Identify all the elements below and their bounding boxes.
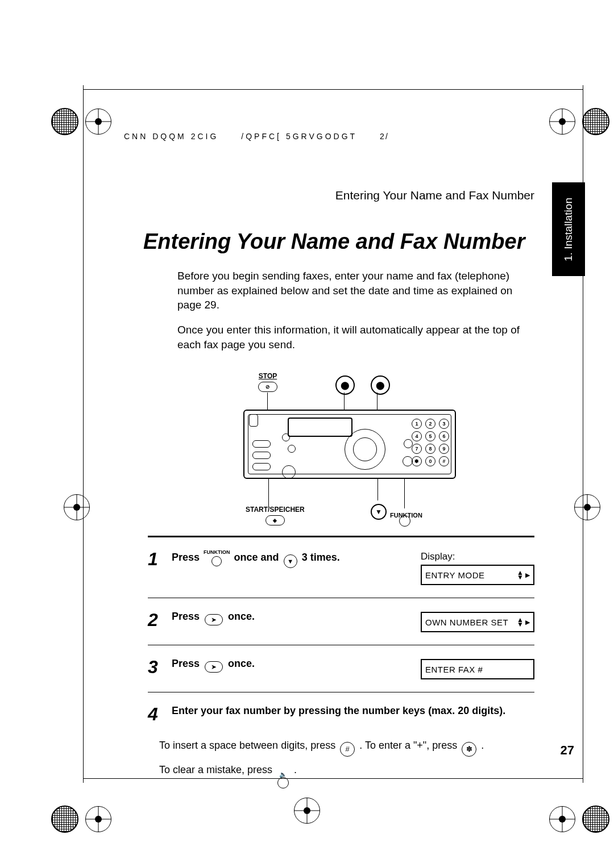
- leader-line: [404, 477, 405, 508]
- device-figure: STOP ⊘ ⬤ ⬤: [219, 372, 475, 525]
- leader-line: [377, 393, 377, 411]
- step-list: 1 Press FUNKTION once and ▼ 3 times. Dis…: [148, 536, 534, 792]
- header-code-row: CNN DQQM 2CIG /QPFC[ 5GRVGODGT 2/: [124, 132, 476, 141]
- mid-indicators: [282, 430, 296, 479]
- chapter-tab: 1. Installation: [552, 182, 585, 276]
- left-oval-buttons: [252, 440, 271, 474]
- fax-device: 1 2 3 4 5 6 7 8 9 ✽ 0 #: [243, 410, 456, 479]
- step-display: Display: ENTRY MODE ▲▼ ▶: [421, 550, 534, 585]
- intro-paragraph-2: Once you enter this information, it will…: [177, 323, 530, 352]
- stop-label: STOP ⊘: [258, 372, 277, 392]
- display-label: Display:: [421, 551, 534, 562]
- key-8: 8: [425, 444, 435, 454]
- header-file: /QPFC[ 5GRVGODGT: [241, 132, 357, 141]
- step-3: 3 Press ➤ once. ENTER FAX #: [148, 645, 534, 692]
- step-body: Press FUNKTION once and ▼ 3 times.: [172, 550, 414, 568]
- reg-mark-right-mid: [574, 494, 600, 520]
- hash-key-icon: #: [340, 742, 355, 757]
- key-hash: #: [439, 456, 449, 466]
- step-display: ENTER FAX #: [421, 658, 534, 679]
- updown-icon: ▲▼: [517, 570, 524, 580]
- step-2: 2 Press ➤ once. OWN NUMBER SET ▲▼ ▶: [148, 598, 534, 645]
- intro-paragraph-1: Before you begin sending faxes, enter yo…: [177, 269, 530, 312]
- key-3: 3: [439, 419, 449, 429]
- key-0: 0: [425, 456, 435, 466]
- down-oval-icon: ▼: [371, 504, 387, 520]
- right-oval-key-icon: ➤: [205, 661, 223, 673]
- reg-mark-top-left: [51, 108, 111, 135]
- key-9: 9: [439, 444, 449, 454]
- step-number: 4: [148, 705, 165, 723]
- step-body: Enter your fax number by pressing the nu…: [172, 705, 534, 723]
- crop-line: [83, 89, 583, 90]
- updown-icon: ▲▼: [517, 617, 524, 627]
- header-code: CNN DQQM 2CIG: [124, 132, 218, 141]
- step-number: 3: [148, 658, 165, 676]
- speaker-key-icon: 🔈: [277, 772, 289, 788]
- funktion-circle-icon: [399, 515, 410, 527]
- right-tri-icon: ▶: [525, 619, 530, 626]
- page-sheet: CNN DQQM 2CIG /QPFC[ 5GRVGODGT 2/ 1. Ins…: [0, 0, 614, 868]
- running-head: Entering Your Name and Fax Number: [148, 189, 534, 202]
- leader-line: [268, 477, 269, 507]
- lcd-readout: ENTER FAX #: [421, 659, 534, 679]
- page-number: 27: [561, 743, 574, 758]
- leader-line: [344, 393, 345, 411]
- key-6: 6: [439, 431, 449, 441]
- step-body: Press ➤ once.: [172, 611, 414, 625]
- right-tri-icon: ▶: [525, 571, 530, 579]
- key-1: 1: [412, 419, 422, 429]
- left-arrow-icon: ⬤: [335, 375, 355, 395]
- lcd-slot: [288, 418, 352, 437]
- key-2: 2: [425, 419, 435, 429]
- start-label: START/SPEICHER ◈: [246, 506, 305, 525]
- star-key-icon: ✽: [462, 742, 476, 757]
- handset-icon: [249, 414, 258, 427]
- header-extra: 2/: [380, 132, 389, 141]
- start-icon: ◈: [265, 515, 285, 525]
- step-4: 4 Enter your fax number by pressing the …: [148, 692, 534, 792]
- chapter-tab-label: 1. Installation: [562, 198, 575, 261]
- reg-mark-bottom-right: [549, 806, 609, 833]
- right-arrow-icon: ⬤: [371, 375, 390, 395]
- reg-mark-bottom-mid: [294, 798, 320, 824]
- key-7: 7: [412, 444, 422, 454]
- step-display: OWN NUMBER SET ▲▼ ▶: [421, 611, 534, 632]
- page-content: Entering Your Name and Fax Number Enteri…: [148, 189, 534, 792]
- key-4: 4: [412, 431, 422, 441]
- arrow-buttons-row: ⬤ ⬤: [335, 375, 390, 395]
- jog-dial: [345, 429, 385, 470]
- crop-line: [83, 85, 84, 783]
- right-oval-key-icon: ➤: [205, 614, 223, 625]
- numeric-keypad: 1 2 3 4 5 6 7 8 9 ✽ 0 #: [412, 419, 449, 466]
- step-number: 2: [148, 611, 165, 629]
- reg-mark-top-right: [549, 108, 609, 135]
- down-key-icon: ▼: [284, 554, 297, 568]
- step-number: 1: [148, 550, 165, 568]
- reg-mark-left-mid: [64, 494, 90, 520]
- step-4-details: To insert a space between digits, press …: [159, 733, 534, 788]
- key-5: 5: [425, 431, 435, 441]
- lcd-readout: ENTRY MODE ▲▼ ▶: [421, 565, 534, 585]
- leader-line: [377, 477, 378, 500]
- stop-icon: ⊘: [258, 382, 277, 392]
- lcd-readout: OWN NUMBER SET ▲▼ ▶: [421, 612, 534, 632]
- step-1: 1 Press FUNKTION once and ▼ 3 times. Dis…: [148, 537, 534, 598]
- key-star: ✽: [412, 456, 422, 466]
- page-title: Entering Your Name and Fax Number: [143, 229, 534, 254]
- step-body: Press ➤ once.: [172, 658, 414, 673]
- reg-mark-bottom-left: [51, 806, 111, 833]
- funktion-key-icon: FUNKTION: [204, 550, 230, 566]
